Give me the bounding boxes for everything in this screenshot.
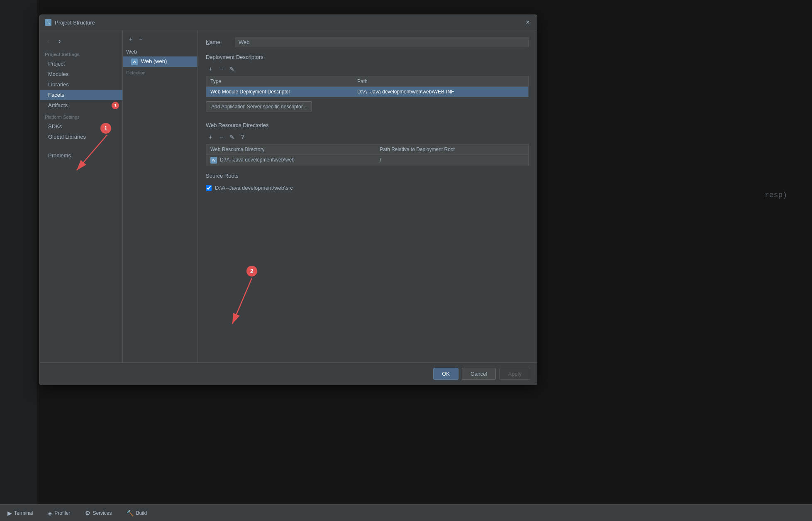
- toolbar-item-services[interactable]: ⚙ Services: [82, 508, 115, 518]
- wrd-row-dir: W D:\A--Java development\web\web: [206, 155, 376, 166]
- terminal-label: Terminal: [14, 510, 33, 516]
- facets-web-item[interactable]: W Web (web): [123, 56, 197, 67]
- dialog-title-section: 🔧 Project Structure: [45, 19, 95, 26]
- source-root-row: D:\A--Java development\web\src: [206, 183, 529, 193]
- web-resource-dirs-header: Web Resource Directories: [206, 122, 529, 128]
- sidebar-item-project[interactable]: Project: [40, 59, 122, 69]
- deployment-descriptors-toolbar: + − ✎: [206, 64, 529, 73]
- table-row[interactable]: Web Module Deployment Descriptor D:\A--J…: [206, 87, 529, 97]
- project-structure-dialog: 🔧 Project Structure × ‹ › Project Settin…: [39, 15, 537, 385]
- build-label: Build: [136, 510, 147, 516]
- nav-forward-button[interactable]: ›: [55, 36, 65, 46]
- sidebar-item-problems[interactable]: Problems: [40, 150, 122, 161]
- build-icon: 🔨: [127, 510, 134, 516]
- profiler-icon: ◈: [48, 510, 52, 516]
- dd-row-path: D:\A--Java development\web\web\WEB-INF: [353, 87, 529, 97]
- main-content-panel: Name: Deployment Descriptors + − ✎ Type …: [198, 30, 537, 362]
- toolbar-item-profiler[interactable]: ◈ Profiler: [44, 508, 73, 518]
- facets-add-button[interactable]: +: [126, 34, 135, 44]
- sidebar-item-sdks[interactable]: SDKs: [40, 121, 122, 132]
- artifacts-badge: 1: [112, 102, 119, 109]
- wrd-col-path: Path Relative to Deployment Root: [376, 144, 528, 155]
- facets-panel: + − Web W Web (web) Detection: [123, 30, 198, 362]
- services-icon: ⚙: [85, 510, 90, 516]
- wrd-edit-button[interactable]: ✎: [227, 132, 237, 142]
- toolbar-item-build[interactable]: 🔨 Build: [123, 508, 150, 518]
- dialog-close-button[interactable]: ×: [524, 18, 532, 27]
- name-input[interactable]: [235, 37, 529, 47]
- platform-settings-label: Platform Settings: [40, 110, 122, 121]
- dialog-body: ‹ › Project Settings Project Modules Lib…: [40, 30, 537, 362]
- nav-back-button[interactable]: ‹: [43, 36, 53, 46]
- deployment-descriptors-table: Type Path Web Module Deployment Descript…: [206, 76, 529, 97]
- table-row[interactable]: W D:\A--Java development\web\web /: [206, 155, 529, 166]
- dialog-sidebar: ‹ › Project Settings Project Modules Lib…: [40, 30, 123, 362]
- project-settings-label: Project Settings: [40, 49, 122, 59]
- wrd-remove-button[interactable]: −: [217, 132, 226, 142]
- dialog-footer: OK Cancel Apply: [40, 362, 537, 385]
- facets-remove-button[interactable]: −: [136, 34, 145, 44]
- dialog-titlebar: 🔧 Project Structure ×: [40, 15, 537, 30]
- web-resource-dirs-table: Web Resource Directory Path Relative to …: [206, 144, 529, 166]
- dd-edit-button[interactable]: ✎: [227, 64, 237, 73]
- facets-toolbar: + −: [123, 34, 197, 47]
- facets-web-root[interactable]: Web: [123, 47, 197, 56]
- services-label: Services: [93, 510, 112, 516]
- wrd-help-button[interactable]: ?: [238, 132, 247, 142]
- wrd-col-dir: Web Resource Directory: [206, 144, 376, 155]
- source-root-path: D:\A--Java development\web\src: [215, 185, 293, 191]
- profiler-label: Profiler: [54, 510, 70, 516]
- wrd-row-path: /: [376, 155, 528, 166]
- source-root-checkbox[interactable]: [206, 185, 212, 191]
- sidebar-item-global-libraries[interactable]: Global Libraries: [40, 132, 122, 142]
- web-resource-dirs-toolbar: + − ✎ ?: [206, 132, 529, 142]
- wrd-add-button[interactable]: +: [206, 132, 215, 142]
- toolbar-item-terminal[interactable]: ▶ Terminal: [4, 508, 36, 518]
- apply-button[interactable]: Apply: [499, 368, 530, 380]
- source-roots-header: Source Roots: [206, 173, 529, 179]
- web-facet-icon: W: [131, 59, 138, 65]
- ok-button[interactable]: OK: [433, 368, 458, 380]
- name-field-row: Name:: [206, 37, 529, 47]
- dialog-title-text: Project Structure: [55, 20, 95, 26]
- dd-remove-button[interactable]: −: [217, 64, 226, 73]
- add-descriptor-button[interactable]: Add Application Server specific descript…: [206, 101, 312, 112]
- deployment-descriptors-header: Deployment Descriptors: [206, 54, 529, 60]
- dd-col-type: Type: [206, 76, 353, 87]
- dialog-title-icon: 🔧: [45, 19, 51, 26]
- bottom-toolbar: ▶ Terminal ◈ Profiler ⚙ Services 🔨 Build: [0, 504, 812, 521]
- sidebar-item-modules[interactable]: Modules: [40, 69, 122, 79]
- dd-row-type: Web Module Deployment Descriptor: [206, 87, 353, 97]
- dd-add-button[interactable]: +: [206, 64, 215, 73]
- sidebar-nav-buttons: ‹ ›: [40, 34, 122, 49]
- terminal-icon: ▶: [7, 510, 12, 516]
- sidebar-item-artifacts[interactable]: Artifacts 1: [40, 100, 122, 110]
- name-label: Name:: [206, 39, 231, 45]
- dd-col-path: Path: [353, 76, 529, 87]
- sidebar-item-libraries[interactable]: Libraries: [40, 79, 122, 90]
- cancel-button[interactable]: Cancel: [462, 368, 496, 380]
- sidebar-item-facets[interactable]: Facets: [40, 90, 122, 100]
- web-folder-icon: W: [210, 157, 217, 164]
- detection-label: Detection: [123, 67, 197, 77]
